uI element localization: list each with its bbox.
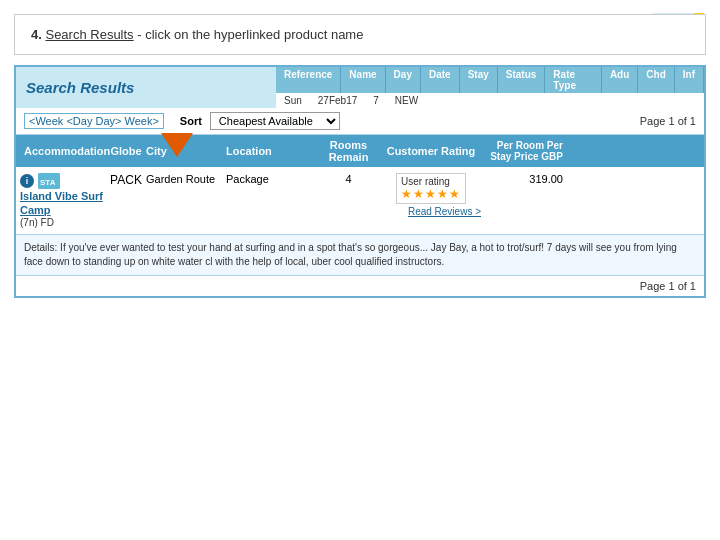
cell-accommodation: i STA Island Vibe Surf Camp (7n) FD: [16, 173, 106, 228]
search-panel: Search Results Reference Name Day Date S…: [14, 65, 706, 298]
col-location: Location: [226, 145, 316, 157]
week-sort-row: <Week <Day Day> Week> Sort Cheapest Avai…: [16, 108, 704, 135]
ref-col-rate: Rate Type: [545, 67, 602, 93]
ref-col-adu: Adu: [602, 67, 638, 93]
ref-col-day: Day: [386, 67, 421, 93]
search-results-title: Search Results: [26, 79, 134, 96]
week-label: <Week <Day Day> Week>: [24, 113, 164, 129]
col-rooms: Rooms Remain: [316, 139, 381, 163]
instruction-text: - click on the hyperlinked product name: [137, 27, 363, 42]
ref-col-reference: Reference: [276, 67, 341, 93]
info-icon: i: [20, 174, 34, 188]
ref-data-date: 27Feb17: [310, 94, 365, 107]
product-description: Details: If you've ever wanted to test y…: [16, 235, 704, 276]
instruction-link: Search Results: [45, 27, 133, 42]
product-logo: STA: [38, 173, 60, 189]
bottom-page-info: Page 1 of 1: [16, 276, 704, 296]
cell-city: Garden Route: [146, 173, 226, 185]
ref-data-row: Sun 27Feb17 7 NEW: [276, 93, 704, 108]
col-accommodation: Accommodation: [16, 145, 106, 157]
stars: ★★★★★: [401, 187, 461, 201]
sort-select[interactable]: Cheapest Available: [210, 112, 340, 130]
cell-rooms: 4: [316, 173, 381, 185]
cell-price: 319.00: [481, 173, 571, 185]
ref-col-status: Status: [498, 67, 546, 93]
step-number: 4.: [31, 27, 42, 42]
product-row: i STA Island Vibe Surf Camp (7n) FD PACK…: [16, 167, 704, 235]
product-name-link[interactable]: Island Vibe Surf Camp: [20, 190, 103, 216]
ref-col-inf: Inf: [675, 67, 704, 93]
ref-col-name: Name: [341, 67, 385, 93]
column-headers: Accommodation Globe City Location Rooms …: [16, 135, 704, 167]
ref-col-stay: Stay: [460, 67, 498, 93]
instruction-box: 4. Search Results - click on the hyperli…: [14, 14, 706, 55]
col-price: Per Room Per Stay Price GBP: [481, 140, 571, 162]
sort-label: Sort: [180, 115, 202, 127]
ref-col-chd: Chd: [638, 67, 674, 93]
ref-data-status: NEW: [387, 94, 426, 107]
cell-location: Package: [226, 173, 316, 185]
rating-box: User rating ★★★★★: [396, 173, 466, 204]
ref-col-date: Date: [421, 67, 460, 93]
col-rating: Customer Rating: [381, 145, 481, 157]
read-reviews-link[interactable]: Read Reviews >: [381, 206, 481, 217]
rating-label: User rating: [401, 176, 461, 187]
ref-data-7: 7: [365, 94, 387, 107]
down-arrow-icon: [161, 133, 193, 157]
col-globe: Globe: [106, 145, 146, 157]
page-info-top: Page 1 of 1: [640, 115, 696, 127]
ref-data-sun: Sun: [276, 94, 310, 107]
svg-text:STA: STA: [40, 178, 56, 187]
cell-globe-code: PACK: [106, 173, 146, 187]
product-sub: (7n) FD: [20, 217, 106, 228]
cell-rating: User rating ★★★★★ Read Reviews >: [381, 173, 481, 217]
ref-header-row: Reference Name Day Date Stay Status Rate…: [276, 67, 704, 93]
